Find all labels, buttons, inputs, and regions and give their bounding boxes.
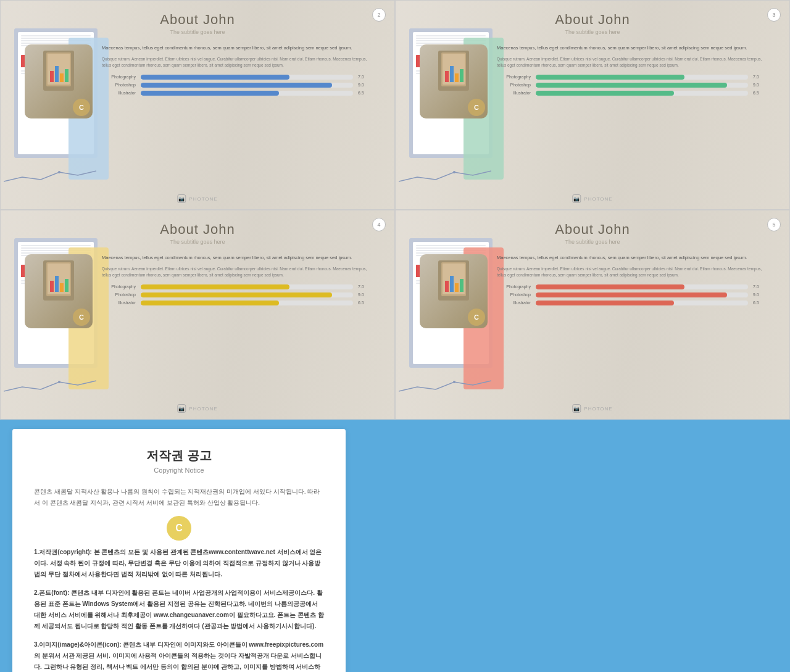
skill-bar-fill [536,301,674,305]
secondary-paragraph-2: Quisque rutrum. Aenean imperdiet. Etiam … [497,56,765,68]
skill-bar-fill [536,75,684,80]
skill-row: Photography 7.0 [497,284,765,289]
skill-row: Photography 7.0 [102,75,370,80]
skills-2: Photography 7.0 Photoshop 9.0 [497,75,765,96]
skill-bar-fill [141,301,279,305]
skills-4: Photography 7.0 Photoshop 9.0 [497,284,765,305]
skill-label: Photography [497,75,531,79]
photo-logo-overlay-1: C [73,99,90,116]
skill-label: Photoshop [497,292,531,297]
skill-row: Photoshop 9.0 [497,292,765,297]
photo-box-3: C [25,254,93,328]
skills-1: Photography 7.0 Photoshop 9.0 [102,75,370,96]
main-paragraph-3: Maecenas tempus, tellus eget condimentum… [102,254,370,261]
skill-value: 7.0 [358,284,370,289]
copyright-logo-circle: C [167,516,191,541]
skill-bar-fill [141,91,279,96]
svg-rect-20 [50,281,54,292]
svg-rect-21 [55,276,59,292]
skill-value: 9.0 [358,83,370,87]
slide-title-2: About John [555,12,630,28]
skill-label: Photoshop [102,292,136,297]
svg-rect-14 [455,73,459,82]
photo-logo-overlay-4: C [468,309,485,326]
svg-rect-13 [450,66,454,82]
skill-bar-fill [141,284,289,289]
skill-bar-fill [536,91,674,96]
skill-bar-bg [536,284,748,289]
skill-label: Illustrator [102,91,136,95]
skill-bar-fill [141,75,289,80]
skill-bar-bg [536,91,748,96]
skill-bar-bg [536,83,748,88]
slide-number-2: 3 [767,8,781,22]
copyright-para-3: 3.이미지(image)&아이콘(icon): 콘텐츠 내부 디자인에 이미지와… [34,639,324,672]
camera-icon-2: 📷 [572,194,581,203]
slide-title-1: About John [160,12,235,28]
photo-box-4: C [420,254,488,328]
copyright-subtitle: Copyright Notice [34,467,324,474]
skill-bar-fill [141,292,332,297]
skill-bar-fill [536,284,684,289]
skill-value: 6.5 [358,301,370,305]
main-paragraph-4: Maecenas tempus, tellus eget condimentum… [497,254,765,261]
main-paragraph-1: Maecenas tempus, tellus eget condimentum… [102,44,370,51]
footer-label-2: PHOTONE [584,196,612,202]
skill-label: Photoshop [102,83,136,87]
skill-row: Photography 7.0 [102,284,370,289]
svg-rect-4 [50,71,54,82]
slide-number-1: 2 [372,8,386,22]
photo-logo-overlay-2: C [468,99,485,116]
slide-subtitle-4: The subtitle goes here [565,239,620,245]
skill-label: Photography [102,284,136,289]
copyright-card: 저작권 공고 Copyright Notice 콘텐츠 새콤달 지적사산 활용나… [12,429,346,672]
svg-rect-22 [60,283,64,292]
skill-bar-fill [536,83,727,88]
svg-rect-5 [55,66,59,82]
slide-footer-1: 📷 PHOTONE [177,194,217,203]
footer-label-1: PHOTONE [189,196,217,202]
slide-subtitle-1: The subtitle goes here [170,29,225,35]
skill-value: 6.5 [358,91,370,95]
slide-1: 2 About John The subtitle goes here [0,0,395,210]
skill-value: 6.5 [753,91,765,95]
slide-footer-3: 📷 PHOTONE [177,404,217,413]
secondary-paragraph-3: Quisque rutrum. Aenean imperdiet. Etiam … [102,266,370,278]
skill-row: Illustrator 6.5 [102,91,370,96]
svg-rect-29 [450,276,454,292]
svg-rect-12 [445,71,449,82]
text-block-1: Maecenas tempus, tellus eget condimentum… [102,44,370,99]
slide-footer-2: 📷 PHOTONE [572,194,612,203]
slide-3: 4 About John The subtitle goes here C [0,210,395,420]
skill-label: Photography [497,284,531,289]
svg-rect-31 [460,279,464,292]
footer-label-3: PHOTONE [189,406,217,412]
skill-value: 9.0 [358,292,370,297]
skill-bar-bg [141,75,353,80]
skills-3: Photography 7.0 Photoshop 9.0 [102,284,370,305]
copyright-para-2: 2.폰트(font): 콘텐츠 내부 디자인에 활용된 폰트는 네이버 사업공개… [34,587,324,632]
copyright-section: 저작권 공고 Copyright Notice 콘텐츠 새콤달 지적사산 활용나… [0,420,790,672]
svg-rect-28 [445,281,449,292]
svg-point-0 [58,171,60,173]
slide-subtitle-3: The subtitle goes here [170,239,225,245]
svg-point-8 [453,171,455,173]
slide-subtitle-2: The subtitle goes here [565,29,620,35]
slide-2: 3 About John The subtitle goes here C [395,0,790,210]
skill-bar-bg [141,292,353,297]
slides-grid: 2 About John The subtitle goes here [0,0,790,420]
footer-label-4: PHOTONE [584,406,612,412]
skill-value: 7.0 [753,75,765,79]
skill-bar-bg [536,292,748,297]
skill-value: 7.0 [358,75,370,79]
svg-point-24 [453,381,455,383]
skill-value: 6.5 [753,301,765,305]
slide-footer-4: 📷 PHOTONE [572,404,612,413]
secondary-paragraph-4: Quisque rutrum. Aenean imperdiet. Etiam … [497,266,765,278]
camera-icon-3: 📷 [177,404,186,413]
section-title-2: 2.폰트(font): 콘텐츠 내부 디자인에 활용된 폰트는 네이버 사업공개… [34,589,324,629]
skill-value: 9.0 [753,292,765,297]
copyright-title: 저작권 공고 [34,447,324,464]
skill-row: Photoshop 9.0 [497,83,765,88]
skill-row: Photoshop 9.0 [102,83,370,88]
